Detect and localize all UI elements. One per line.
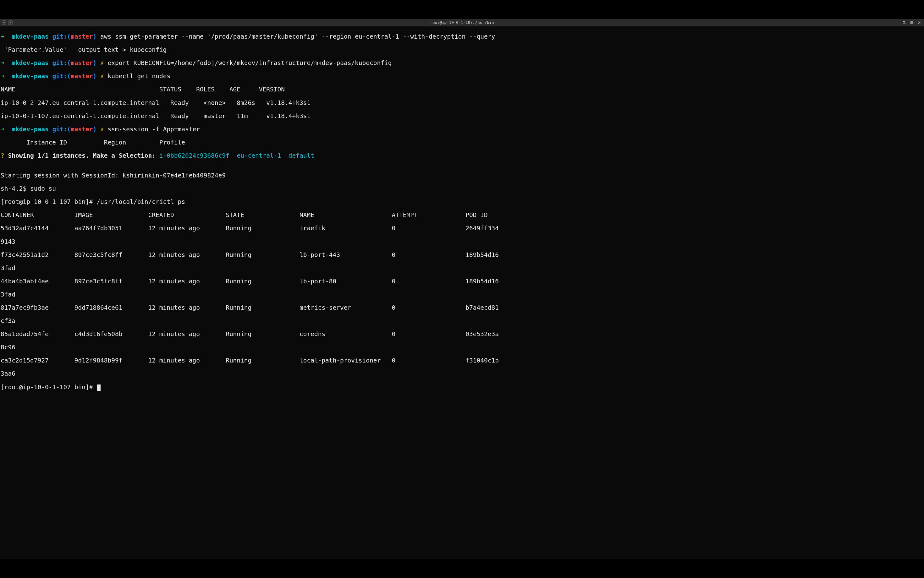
crictl-row-wrap: cf3a [1,318,923,324]
svg-point-0 [903,21,905,23]
crictl-row-wrap: 9143 [1,239,923,245]
crictl-row-wrap: 3fad [1,265,923,271]
root-prompt-1: [root@ip-10-0-1-107 bin]# /usr/local/bin… [1,198,923,205]
crictl-row: f73c42551a1d2 897ce3c5fc8ff 12 minutes a… [1,252,923,258]
cmd-line-1b: 'Parameter.Value' --output text > kubeco… [1,47,923,53]
crictl-header: CONTAINER IMAGE CREATED STATE NAME ATTEM… [1,212,923,218]
crictl-row-wrap: 3fad [1,291,923,298]
search-icon[interactable] [901,19,908,26]
cursor-block [97,385,101,391]
terminal-window: ⊞ ▾ root@ip-10-0-1-107:/usr/bin ➜ mkdev-… [0,19,924,559]
root-prompt-2: [root@ip-10-0-1-107 bin]# [1,384,923,391]
cmd-line-1a: ➜ mkdev-paas git:(master) aws ssm get-pa… [1,33,923,40]
session-start: Starting session with SessionId: kshirin… [1,172,923,179]
ssm-selection-line: ? Showing 1/1 instances. Make a Selectio… [1,153,923,159]
crictl-row: 817a7ec9fb3ae 9dd718864ce61 12 minutes a… [1,304,923,311]
crictl-row: ca3c2d15d7927 9d12f9848b99f 12 minutes a… [1,357,923,364]
terminal-body[interactable]: ➜ mkdev-paas git:(master) aws ssm get-pa… [0,26,924,559]
cmd-line-4: ➜ mkdev-paas git:(master) ✗ ssm-session … [1,126,923,133]
kubectl-row: ip-10-0-1-107.eu-central-1.compute.inter… [1,113,923,119]
kubectl-row: ip-10-0-2-247.eu-central-1.compute.inter… [1,99,923,106]
letterbox-bottom [0,559,924,578]
close-icon[interactable] [916,19,923,26]
hamburger-menu-icon[interactable] [908,19,915,26]
sh-prompt: sh-4.2$ sudo su [1,185,923,192]
crictl-row: 44ba4b3abf4ee 897ce3c5fc8ff 12 minutes a… [1,278,923,284]
kubectl-header: NAME STATUS ROLES AGE VERSION [1,86,923,93]
crictl-row: 53d32ad7c4144 aa764f7db3051 12 minutes a… [1,225,923,232]
crictl-row-wrap: 3aa6 [1,370,923,377]
window-title: root@ip-10-0-1-107:/usr/bin [430,20,494,25]
titlebar: ⊞ ▾ root@ip-10-0-1-107:/usr/bin [0,19,924,26]
svg-line-1 [904,23,906,24]
cmd-line-3: ➜ mkdev-paas git:(master) ✗ kubectl get … [1,73,923,80]
crictl-row: 85a1edad754fe c4d3d16fe508b 12 minutes a… [1,331,923,338]
tab-dropdown-button[interactable]: ▾ [8,20,13,25]
letterbox-top [0,0,924,19]
crictl-row-wrap: 8c96 [1,344,923,351]
cmd-line-2: ➜ mkdev-paas git:(master) ✗ export KUBEC… [1,60,923,66]
ssm-table-header: Instance ID Region Profile [1,139,923,146]
new-tab-button[interactable]: ⊞ [2,20,6,25]
